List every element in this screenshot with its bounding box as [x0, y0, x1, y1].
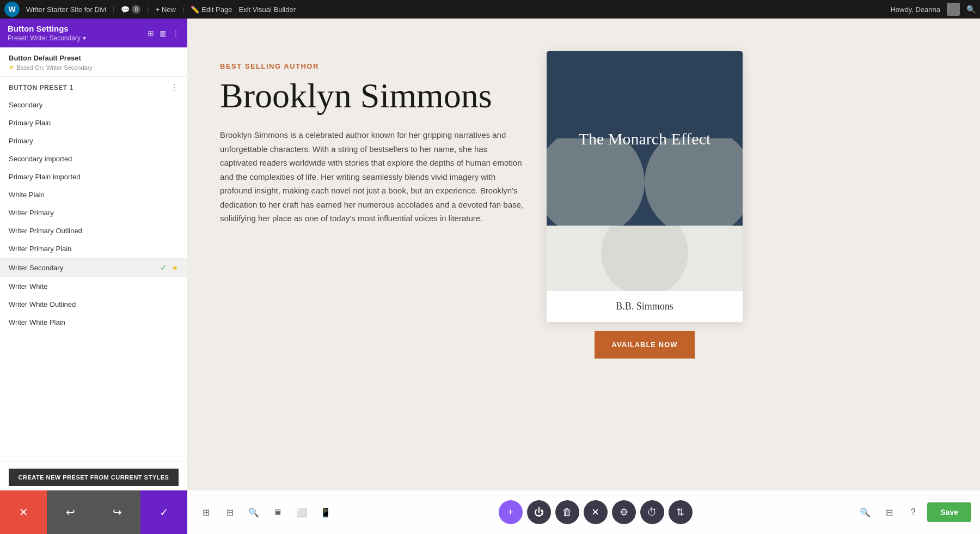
add-module-button[interactable]: + — [499, 500, 523, 524]
preset-item[interactable]: Writer Secondary✓★ — [0, 258, 187, 277]
preset-default-row: Button Default Preset ★ Based On: Writer… — [0, 47, 187, 77]
edit-page-button[interactable]: ✏️ Edit Page — [191, 5, 232, 14]
author-name-heading: Brooklyn Simmons — [220, 77, 525, 115]
star-icon: ★ — [9, 64, 14, 71]
sidebar-panel: Button Settings Preset: Writer Secondary… — [0, 19, 187, 534]
preset-item[interactable]: Writer White Outlined — [0, 295, 187, 313]
preset-items-list: SecondaryPrimary PlainPrimarySecondary i… — [0, 96, 187, 331]
close-button[interactable]: ✕ — [0, 490, 47, 534]
preset-item[interactable]: Writer White — [0, 277, 187, 295]
book-cover: The Monarch Effect — [547, 51, 743, 226]
close-module-button[interactable]: ✕ — [584, 500, 608, 524]
preset-item-name: Secondary imported — [9, 155, 72, 163]
grid-view-icon[interactable]: ⊟ — [220, 502, 240, 522]
preset-item[interactable]: Primary — [0, 132, 187, 150]
book-circle-left — [547, 138, 645, 226]
arrows-button[interactable]: ⇅ — [669, 500, 693, 524]
preset-item[interactable]: White Plain — [0, 186, 187, 204]
book-decoration — [547, 138, 743, 226]
available-now-button[interactable]: AVAILABLE NOW — [595, 331, 695, 359]
layout-icon[interactable]: ⊞ — [196, 502, 216, 522]
author-bio-text: Brooklyn Simmons is a celebrated author … — [220, 128, 525, 226]
comments-icon[interactable]: 💬 0 — [121, 5, 140, 14]
preset-item[interactable]: Secondary imported — [0, 150, 187, 168]
help-toolbar-icon[interactable]: ? — [903, 502, 923, 522]
preset-item-name: Secondary — [9, 101, 42, 109]
user-avatar[interactable] — [947, 3, 960, 16]
preset-item-name: Writer White Outlined — [9, 300, 76, 308]
preset-item-name: White Plain — [9, 191, 45, 199]
confirm-button[interactable]: ✓ — [140, 490, 187, 534]
nav-right: Howdy, Deanna 🔍 — [890, 3, 976, 16]
book-lower-circle — [601, 226, 688, 291]
toolbar-right-icons: 🔍 ⊟ ? Save — [855, 502, 971, 522]
grid-icon[interactable]: ⊞ — [148, 29, 154, 38]
search-content-icon[interactable]: 🔍 — [244, 502, 264, 522]
new-button[interactable]: + New — [155, 5, 176, 14]
best-selling-label: BEST SELLING AUTHOR — [220, 62, 525, 70]
content-area: BEST SELLING AUTHOR Brooklyn Simmons Bro… — [187, 19, 980, 490]
tablet-view-icon[interactable]: ⬜ — [292, 502, 311, 522]
power-button[interactable]: ⏻ — [527, 500, 551, 524]
preset-item-name: Primary — [9, 137, 33, 145]
toolbar-center: ⊞ ⊟ 🔍 🖥 ⬜ 📱 + ⏻ 🗑 ✕ ⚙ ⏱ ⇅ 🔍 ⊟ ? Save — [187, 490, 980, 534]
site-name: Writer Starter Site for Divi — [26, 5, 106, 14]
view-icons: ⊞ ⊟ 🔍 🖥 ⬜ 📱 — [196, 502, 335, 522]
redo-button[interactable]: ↪ — [94, 490, 140, 534]
preset-item-name: Writer White Plain — [9, 318, 65, 326]
exit-builder-button[interactable]: Exit Visual Builder — [238, 5, 296, 14]
preset-item-name: Writer White — [9, 282, 47, 290]
settings-button[interactable]: ⚙ — [612, 500, 636, 524]
delete-button[interactable]: 🗑 — [555, 500, 579, 524]
layers-icon[interactable]: ⊟ — [879, 502, 899, 522]
preset-options-icon[interactable]: ⋮ — [170, 82, 179, 93]
preset-item-name: Writer Primary Plain — [9, 245, 71, 253]
bottom-toolbar: ✕ ↩ ↪ ✓ ⊞ ⊟ 🔍 🖥 ⬜ 📱 + ⏻ 🗑 ✕ ⚙ ⏱ ⇅ 🔍 ⊟ ? … — [0, 490, 980, 534]
preset-default-title: Button Default Preset — [9, 54, 179, 62]
right-book-section: The Monarch Effect B.B. Simmons AVAILABL… — [547, 51, 743, 359]
book-author-name: B.B. Simmons — [547, 291, 743, 322]
preset-item[interactable]: Writer Primary Outlined — [0, 222, 187, 240]
create-preset-button[interactable]: CREATE NEW PRESET FROM CURRENT STYLES — [9, 469, 179, 486]
howdy-text: Howdy, Deanna — [890, 5, 940, 14]
main-layout: Button Settings Preset: Writer Secondary… — [0, 19, 980, 534]
toolbar-left: ✕ ↩ ↪ ✓ — [0, 490, 187, 534]
preset-list-header: Button Preset 1 ⋮ — [0, 77, 187, 96]
preset-item[interactable]: Writer Primary — [0, 204, 187, 222]
desktop-view-icon[interactable]: 🖥 — [268, 502, 287, 522]
save-button[interactable]: Save — [927, 502, 971, 522]
preset-item[interactable]: Secondary — [0, 96, 187, 114]
preset-item[interactable]: Writer White Plain — [0, 313, 187, 331]
panel-header: Button Settings Preset: Writer Secondary… — [0, 19, 187, 47]
action-icons: + ⏻ 🗑 ✕ ⚙ ⏱ ⇅ — [499, 500, 693, 524]
clock-button[interactable]: ⏱ — [640, 500, 664, 524]
columns-icon[interactable]: ▥ — [160, 29, 167, 38]
preset-label[interactable]: Preset: Writer Secondary ▾ — [8, 34, 86, 42]
preset-active-check-icon: ✓ — [160, 263, 167, 272]
wordpress-logo[interactable]: W — [4, 2, 20, 17]
book-title: The Monarch Effect — [568, 128, 722, 149]
book-card: The Monarch Effect B.B. Simmons — [547, 51, 743, 322]
undo-button[interactable]: ↩ — [47, 490, 94, 534]
preset-star-icon[interactable]: ★ — [171, 263, 179, 272]
search-icon[interactable]: 🔍 — [966, 5, 976, 14]
preset-item-name: Primary Plain imported — [9, 173, 81, 181]
preset-list-title: Button Preset 1 — [9, 84, 74, 92]
preset-item[interactable]: Primary Plain — [0, 114, 187, 132]
preset-item[interactable]: Primary Plain imported — [0, 168, 187, 186]
top-navigation: W Writer Starter Site for Divi | 💬 0 | +… — [0, 0, 980, 19]
preset-item-name: Writer Primary — [9, 209, 54, 217]
preset-list: Button Preset 1 ⋮ SecondaryPrimary Plain… — [0, 77, 187, 462]
comments-count: 0 — [132, 5, 140, 14]
preset-item-name: Writer Primary Outlined — [9, 227, 82, 235]
panel-title: Button Settings — [8, 24, 86, 33]
preset-item[interactable]: Writer Primary Plain — [0, 240, 187, 258]
main-content: BEST SELLING AUTHOR Brooklyn Simmons Bro… — [187, 19, 980, 534]
zoom-icon[interactable]: 🔍 — [855, 502, 875, 522]
more-icon[interactable]: ⋮ — [172, 29, 180, 38]
preset-item-icons: ✓★ — [160, 263, 179, 272]
preset-dropdown: Button Default Preset ★ Based On: Writer… — [0, 47, 187, 77]
preset-based-on: ★ Based On: Writer Secondary — [9, 64, 179, 71]
mobile-view-icon[interactable]: 📱 — [316, 502, 335, 522]
left-text-section: BEST SELLING AUTHOR Brooklyn Simmons Bro… — [220, 51, 525, 226]
